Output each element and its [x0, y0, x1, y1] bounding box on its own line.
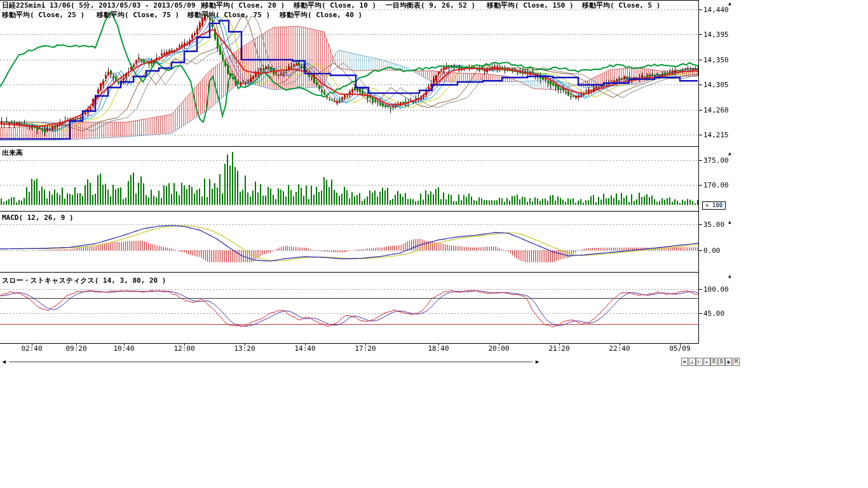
panel-scroll-up-button[interactable]: ▲ — [728, 220, 731, 225]
chart-tool-button[interactable]: ◉ — [725, 358, 732, 366]
chart-window: 日経225mini 13/06( 5分, 2013/05/03 - 2013/0… — [0, 0, 868, 488]
chart-tool-button[interactable]: B — [718, 358, 725, 366]
chart-tool-button[interactable]: ⊥ — [689, 358, 696, 366]
header-indicator-label: 移動平均( Close, 40 ) — [280, 10, 362, 20]
scrollbar-rail[interactable] — [9, 362, 532, 362]
time-axis-label: 20:00 — [485, 344, 513, 353]
time-axis-label: 02:40 — [18, 344, 46, 353]
stoch-panel-label: スロー・ストキャスティクス( 14, 3, 80, 20 ) — [2, 276, 166, 285]
chart-title: 日経225mini 13/06( 5分, 2013/05/03 - 2013/0… — [2, 1, 204, 10]
chart-tool-button[interactable]: ⊢ — [696, 358, 703, 366]
time-axis-label: 21:20 — [545, 344, 573, 353]
price-axis-label: 14,215 — [703, 131, 729, 139]
header-indicator-label: 移動平均( Close, 75 ) — [187, 10, 270, 20]
header-indicator-label: 移動平均( Close, 20 ) — [202, 1, 285, 10]
panel-scroll-up-button[interactable]: ▲ — [728, 1, 731, 6]
time-axis-label: 12:00 — [170, 344, 198, 353]
volume-axis-label: 170.00 — [703, 181, 729, 189]
macd-axis-label: 35.00 — [703, 220, 724, 229]
header-indicator-label: 移動平均( Close, 75 ) — [97, 10, 179, 20]
price-axis-label: 14,395 — [703, 30, 729, 39]
chart-tool-button[interactable]: R — [710, 358, 717, 366]
panel-scroll-up-button[interactable]: ▲ — [728, 151, 731, 156]
chart-plot-area[interactable] — [0, 0, 737, 347]
header-indicator-label: 移動平均( Close, 10 ) — [294, 1, 376, 10]
macd-axis-label: 0.00 — [703, 247, 721, 255]
price-axis-label: 14,260 — [703, 106, 729, 114]
volume-multiplier-badge: × 100 — [702, 201, 726, 210]
chart-tool-button[interactable]: M — [733, 358, 740, 366]
time-axis-label: 10:40 — [110, 344, 138, 353]
header-indicator-label: 一目均衡表( 9, 26, 52 ) — [386, 1, 475, 10]
time-axis-label: 05/09 — [666, 344, 694, 353]
time-axis-label: 17:20 — [351, 344, 379, 353]
chart-tool-button[interactable]: ≡ — [681, 358, 688, 366]
volume-panel-label: 出来高 — [2, 148, 23, 158]
chart-tool-button[interactable]: ▸ — [703, 358, 710, 366]
header-indicator-label: 移動平均( Close, 5 ) — [582, 1, 660, 10]
price-axis-label: 14,350 — [703, 56, 729, 64]
scroll-right-button[interactable]: ▶ — [533, 357, 541, 366]
macd-panel-label: MACD( 12, 26, 9 ) — [2, 214, 74, 222]
time-axis-label: 14:40 — [291, 344, 319, 353]
price-axis-label: 14,305 — [703, 81, 729, 89]
price-axis-label: 14,440 — [703, 6, 729, 14]
panel-scroll-up-button[interactable]: ▲ — [728, 274, 731, 279]
time-axis-label: 18:40 — [424, 344, 452, 353]
time-axis-label: 13:20 — [231, 344, 259, 353]
header-indicator-label: 移動平均( Close, 25 ) — [2, 10, 85, 20]
header-indicator-label: 移動平均( Close, 150 ) — [487, 1, 574, 10]
volume-axis-label: 375.00 — [703, 156, 729, 165]
scroll-left-button[interactable]: ◀ — [0, 357, 8, 366]
stoch-axis-label: 45.00 — [703, 309, 724, 318]
time-axis-label: 22:40 — [606, 344, 634, 353]
stoch-axis-label: 100.00 — [703, 285, 729, 294]
time-axis-label: 09:20 — [62, 344, 90, 353]
